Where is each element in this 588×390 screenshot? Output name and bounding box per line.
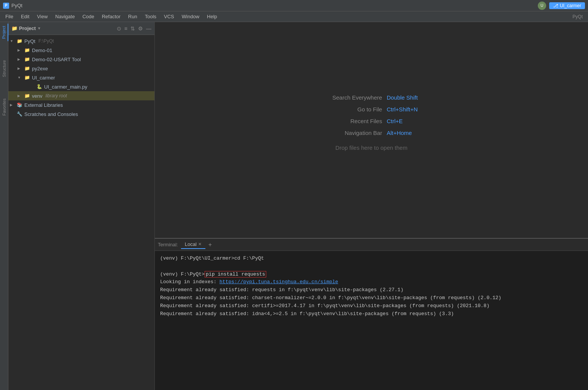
file-tree: ▼ 📁 PyQt F:\PyQt ▶ 📁 Demo-01 ▶ 📁 Demo-02… [8, 35, 154, 390]
shortcut-recent-key: Ctrl+E [387, 118, 403, 124]
tree-item-ui-carmer[interactable]: ▼ 📁 UI_carmer [8, 73, 154, 82]
shortcut-goto-key: Ctrl+Shift+N [387, 106, 418, 113]
project-header: 📁 Project ▼ ⊙ ≡ ⇅ ⚙ — [8, 22, 154, 35]
terminal-tab-label: Local [185, 241, 197, 247]
branch-icon: ⎇ [553, 3, 558, 8]
terminal-link[interactable]: https://pypi.tuna.tsinghua.edu.cn/simple [219, 279, 338, 285]
menu-vcs[interactable]: VCS [160, 13, 178, 21]
main-layout: Project Structure Favorites 📁 Project ▼ … [0, 22, 588, 390]
menu-app-label: PyQt [572, 14, 586, 19]
shortcut-recent: Recent Files Ctrl+E [325, 118, 418, 124]
arrow-demo02: ▶ [17, 57, 24, 61]
menu-file[interactable]: File [2, 13, 17, 21]
menu-view[interactable]: View [33, 13, 51, 21]
tree-label-ui-carmer: UI_carmer [32, 75, 55, 81]
shortcut-navbar-key: Alt+Home [387, 130, 412, 136]
terminal-command-highlight: pip install requests [205, 271, 266, 277]
arrow-demo01: ▶ [17, 48, 24, 52]
terminal-tabs: Terminal: Local ✕ + [155, 239, 588, 251]
folder-icon: 📁 [11, 25, 17, 31]
shortcut-goto-label: Go to File [325, 106, 382, 113]
tree-item-main-py[interactable]: 🐍 UI_carmer_main.py [8, 82, 154, 91]
scope-icon[interactable]: ⊙ [117, 25, 121, 32]
menu-refactor[interactable]: Refactor [98, 13, 124, 21]
menu-edit[interactable]: Edit [17, 13, 33, 21]
title-bar: P PyQt U ⎇ UI_carmer [0, 0, 588, 11]
sidebar-item-project[interactable]: Project [0, 24, 8, 41]
add-terminal-button[interactable]: + [207, 241, 213, 248]
menu-navigate[interactable]: Navigate [51, 13, 78, 21]
minimize-icon[interactable]: — [146, 25, 151, 32]
shortcut-search: Search Everywhere Double Shift [325, 94, 418, 101]
shortcut-recent-label: Recent Files [325, 118, 382, 124]
terminal-area: Terminal: Local ✕ + (venv) F:\PyQt\UI_ca… [155, 238, 588, 390]
terminal-line-looking: Looking in indexes: https://pypi.tuna.ts… [160, 278, 583, 286]
terminal-line-req3: Requirement already satisfied: certifi>=… [160, 302, 583, 310]
menu-bar: File Edit View Navigate Code Refactor Ru… [0, 11, 588, 22]
app-icon: P [3, 3, 9, 9]
arrow-py2exe: ▶ [17, 67, 24, 70]
scratch-icon: 🔧 [16, 111, 23, 117]
terminal-line-req1: Requirement already satisfied: requests … [160, 286, 583, 294]
sort-icon[interactable]: ⇅ [130, 25, 135, 32]
shortcut-navbar: Navigation Bar Alt+Home [325, 130, 418, 136]
arrow-pyqt: ▼ [10, 39, 16, 43]
tree-label-main-py: UI_carmer_main.py [44, 84, 87, 90]
terminal-tab-local[interactable]: Local ✕ [181, 240, 205, 249]
left-side-tabs: Project Structure Favorites [0, 22, 8, 390]
menu-run[interactable]: Run [124, 13, 141, 21]
menu-help[interactable]: Help [203, 13, 221, 21]
tree-item-scratches[interactable]: 🔧 Scratches and Consoles [8, 109, 154, 119]
terminal-line-cmd: (venv) F:\PyQt>pip install requests [160, 271, 583, 279]
tree-label-ext-libs: External Libraries [24, 102, 63, 108]
sidebar-item-favorites[interactable]: Favorites [0, 96, 8, 118]
folder-open-icon-ui-carmer: 📁 [24, 75, 30, 80]
project-panel: 📁 Project ▼ ⊙ ≡ ⇅ ⚙ — ▼ 📁 PyQt F:\PyQt [8, 22, 155, 390]
tree-item-demo01[interactable]: ▶ 📁 Demo-01 [8, 46, 154, 55]
editor-area: Search Everywhere Double Shift Go to Fil… [155, 22, 588, 238]
tree-suffix-venv: library root [45, 93, 67, 98]
tree-item-py2exe[interactable]: ▶ 📁 py2exe [8, 64, 154, 73]
project-title: 📁 Project ▼ [11, 25, 41, 31]
tree-label-demo01: Demo-01 [32, 48, 52, 53]
terminal-label: Terminal: [158, 242, 178, 247]
terminal-content[interactable]: (venv) F:\PyQt\UI_carmer>cd F:\PyQt (ven… [155, 251, 588, 390]
folder-icon-demo02: 📁 [24, 57, 30, 62]
tree-path-pyqt: F:\PyQt [38, 38, 54, 44]
arrow-ui-carmer: ▼ [17, 76, 24, 79]
folder-icon-venv: 📁 [24, 93, 30, 98]
tree-item-venv[interactable]: ▶ 📁 venv library root [8, 91, 154, 100]
menu-code[interactable]: Code [79, 13, 98, 21]
tree-label-venv: venv [32, 93, 42, 99]
title-bar-right: U ⎇ UI_carmer [538, 2, 585, 10]
menu-window[interactable]: Window [178, 13, 203, 21]
shortcut-search-label: Search Everywhere [325, 94, 382, 101]
tree-label-demo02: Demo-02-USART Tool [32, 57, 81, 62]
content-area: Search Everywhere Double Shift Go to Fil… [155, 22, 588, 390]
collapse-all-icon[interactable]: ≡ [124, 25, 127, 32]
folder-open-icon: 📁 [16, 38, 23, 44]
tree-label-scratches: Scratches and Consoles [24, 111, 78, 117]
folder-icon-demo01: 📁 [24, 48, 30, 53]
settings-icon[interactable]: ⚙ [138, 25, 143, 32]
tree-item-pyqt[interactable]: ▼ 📁 PyQt F:\PyQt [8, 36, 154, 46]
terminal-line-1: (venv) F:\PyQt\UI_carmer>cd F:\PyQt [160, 255, 583, 263]
window-title: PyQt [11, 3, 22, 8]
shortcut-search-key: Double Shift [387, 94, 418, 101]
terminal-line-req2: Requirement already satisfied: charset-n… [160, 294, 583, 302]
shortcut-navbar-label: Navigation Bar [325, 130, 382, 136]
tree-item-ext-libs[interactable]: ▶ 📚 External Libraries [8, 100, 154, 109]
user-avatar[interactable]: U [538, 2, 546, 10]
terminal-line-blank [160, 263, 583, 271]
tree-label-py2exe: py2exe [32, 66, 48, 71]
folder-icon-py2exe: 📁 [24, 66, 30, 71]
tree-item-demo02[interactable]: ▶ 📁 Demo-02-USART Tool [8, 55, 154, 64]
sidebar-item-structure[interactable]: Structure [0, 58, 8, 79]
terminal-close-button[interactable]: ✕ [198, 242, 202, 247]
ui-carmer-button[interactable]: ⎇ UI_carmer [549, 2, 585, 9]
shortcuts-container: Search Everywhere Double Shift Go to Fil… [325, 94, 418, 151]
arrow-venv: ▶ [17, 94, 24, 98]
terminal-line-req4: Requirement already satisfied: idna<4,>=… [160, 310, 583, 318]
menu-tools[interactable]: Tools [141, 13, 160, 21]
project-chevron[interactable]: ▼ [37, 26, 41, 30]
